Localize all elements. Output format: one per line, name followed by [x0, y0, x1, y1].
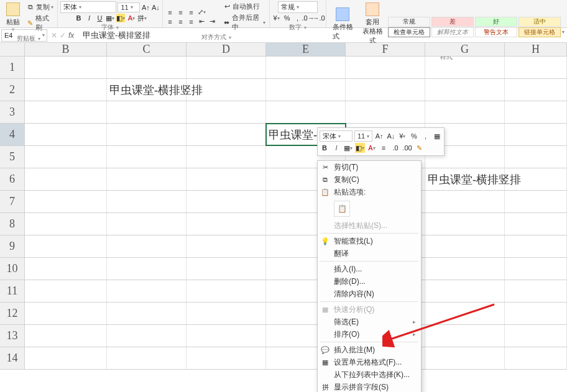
mini-inc-font-icon[interactable]: A↑ — [374, 131, 384, 141]
cell-H10[interactable] — [505, 258, 567, 280]
cell-C2[interactable]: 甲虫课堂-横排竖排 — [107, 79, 187, 101]
cell-C1[interactable] — [107, 57, 187, 78]
cell-B7[interactable] — [25, 191, 107, 212]
cell-H7[interactable] — [505, 191, 567, 212]
cell-H1[interactable] — [505, 57, 567, 78]
cell-C14[interactable] — [107, 347, 187, 369]
percent-icon[interactable]: % — [283, 14, 292, 22]
row-head-12[interactable]: 12 — [0, 303, 25, 324]
align-right-icon[interactable]: ≡ — [187, 17, 195, 26]
conditional-format-button[interactable]: 条件格式▾ — [329, 6, 357, 48]
cell-D6[interactable] — [187, 168, 266, 190]
style-neutral[interactable]: 适中 — [519, 17, 561, 27]
cell-C4[interactable] — [107, 124, 187, 145]
ctx-insert-comment[interactable]: 💬插入批注(M) — [318, 344, 421, 356]
ctx-smart-lookup[interactable]: 💡智能查找(L) — [318, 235, 421, 247]
row-head-9[interactable]: 9 — [0, 235, 25, 257]
ctx-clear[interactable]: 清除内容(N) — [318, 288, 421, 300]
inc-decimal-icon[interactable]: .0→ — [304, 14, 313, 22]
orientation-icon[interactable]: ⤢▾ — [197, 8, 206, 17]
ctx-cut[interactable]: ✂剪切(T) — [318, 161, 421, 173]
cell-B10[interactable] — [25, 258, 107, 280]
font-color-icon[interactable]: A▾ — [127, 14, 136, 22]
name-box[interactable]: E4▾ — [1, 29, 47, 42]
mini-merge-icon[interactable]: ▦ — [432, 131, 442, 141]
cell-D9[interactable] — [187, 235, 266, 257]
cancel-formula-icon[interactable]: ✕ — [51, 31, 57, 40]
indent-dec-icon[interactable]: ⇤ — [197, 17, 206, 26]
cell-G9[interactable] — [425, 235, 505, 257]
align-bottom-icon[interactable]: ≡ — [187, 8, 195, 17]
cell-B2[interactable] — [25, 79, 107, 101]
mini-inc-dec-icon[interactable]: .0 — [390, 143, 400, 153]
col-head-F[interactable]: F — [346, 43, 425, 56]
number-format-combo[interactable]: 常规▾ — [278, 1, 318, 13]
cell-B11[interactable] — [25, 280, 107, 302]
cell-D2[interactable] — [187, 79, 266, 101]
cell-H5[interactable] — [505, 146, 567, 168]
fx-icon[interactable]: fx — [68, 31, 74, 40]
phonetic-icon[interactable]: 拼▾ — [137, 14, 146, 22]
cell-B9[interactable] — [25, 235, 107, 257]
cell-D10[interactable] — [187, 258, 266, 280]
cell-G7[interactable] — [425, 191, 505, 212]
cell-C10[interactable] — [107, 258, 187, 280]
col-head-E[interactable]: E — [266, 43, 346, 56]
cell-B1[interactable] — [25, 57, 107, 78]
cell-C6[interactable] — [107, 168, 187, 190]
ctx-translate[interactable]: 翻译 — [318, 247, 421, 260]
cell-C13[interactable] — [107, 325, 187, 347]
wrap-text-button[interactable]: ↩自动换行 — [221, 1, 266, 12]
mini-percent-icon[interactable]: % — [409, 131, 419, 141]
formula-input[interactable]: 甲虫课堂-横排竖排 — [80, 30, 567, 41]
dec-decimal-icon[interactable]: →.0 — [315, 14, 323, 22]
cell-D7[interactable] — [187, 191, 266, 212]
cell-B12[interactable] — [25, 303, 107, 324]
cell-E1[interactable] — [266, 57, 346, 78]
cell-G10[interactable] — [425, 258, 505, 280]
cell-C8[interactable] — [107, 213, 187, 235]
confirm-formula-icon[interactable]: ✓ — [60, 31, 66, 40]
underline-icon[interactable]: U — [95, 14, 104, 22]
row-head-7[interactable]: 7 — [0, 191, 25, 212]
cell-H9[interactable] — [505, 235, 567, 257]
ctx-copy[interactable]: ⧉复制(C) — [318, 173, 421, 186]
ctx-format-cells[interactable]: ▦设置单元格格式(F)... — [318, 356, 421, 368]
ctx-show-pinyin[interactable]: 拼显示拼音字段(S) — [318, 381, 421, 392]
cell-D13[interactable] — [187, 325, 266, 347]
cell-D11[interactable] — [187, 280, 266, 302]
cell-C12[interactable] — [107, 303, 187, 324]
cell-G2[interactable] — [425, 79, 505, 101]
mini-currency-icon[interactable]: ¥▾ — [398, 131, 408, 141]
row-head-11[interactable]: 11 — [0, 280, 25, 302]
cell-H13[interactable] — [505, 325, 567, 347]
cell-B6[interactable] — [25, 168, 107, 190]
row-head-13[interactable]: 13 — [0, 325, 25, 347]
cell-B5[interactable] — [25, 146, 107, 168]
row-head-6[interactable]: 6 — [0, 168, 25, 190]
cell-D5[interactable] — [187, 146, 266, 168]
cell-C9[interactable] — [107, 235, 187, 257]
copy-button[interactable]: ⧉复制▾ — [25, 2, 55, 12]
cell-H14[interactable] — [505, 347, 567, 369]
cell-C5[interactable] — [107, 146, 187, 168]
cell-B13[interactable] — [25, 325, 107, 347]
row-head-2[interactable]: 2 — [0, 79, 25, 101]
cell-G6[interactable]: 甲虫课堂-横排竖排 — [425, 168, 505, 190]
mini-font-combo[interactable]: 宋体▾ — [320, 130, 353, 142]
cell-D4[interactable] — [187, 124, 266, 145]
fill-color-icon[interactable]: ◧▾ — [116, 14, 125, 22]
row-head-10[interactable]: 10 — [0, 258, 25, 280]
cell-F2[interactable] — [346, 79, 425, 101]
font-size-combo[interactable]: 11▾ — [118, 2, 140, 12]
cell-D1[interactable] — [187, 57, 266, 78]
select-all-corner[interactable] — [0, 43, 25, 56]
paste-opt-default[interactable]: 📋 — [334, 201, 350, 217]
ctx-pick-from-list[interactable]: 从下拉列表中选择(K)... — [318, 368, 421, 381]
cell-H12[interactable] — [505, 303, 567, 324]
col-head-D[interactable]: D — [187, 43, 266, 56]
cell-F1[interactable] — [346, 57, 425, 78]
ctx-sort[interactable]: 排序(O)▸ — [318, 328, 421, 340]
cell-H6[interactable] — [505, 168, 567, 190]
align-top-icon[interactable]: ≡ — [165, 8, 174, 17]
